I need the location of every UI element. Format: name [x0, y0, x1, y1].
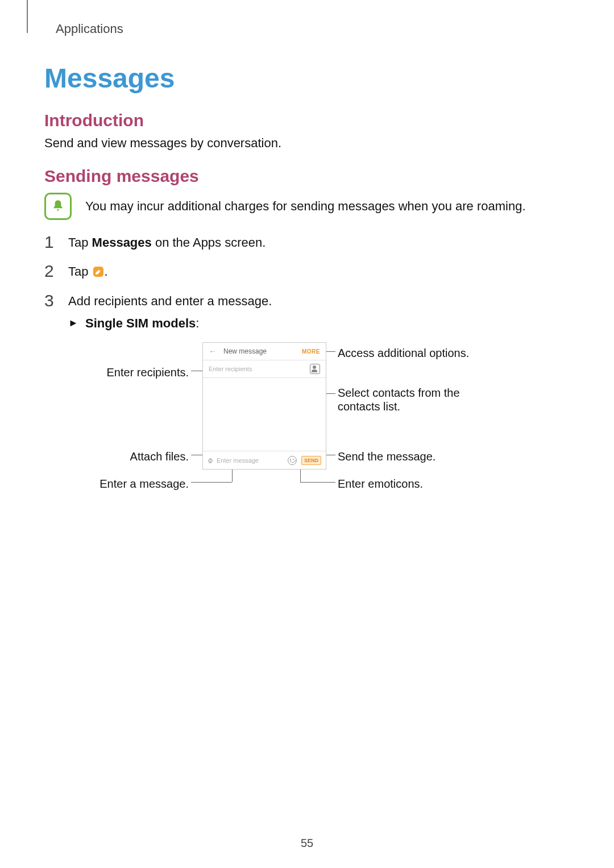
- leader-line: [300, 482, 335, 483]
- step-number: 2: [44, 263, 58, 280]
- intro-body: Send and view messages by conversation.: [44, 135, 567, 152]
- back-arrow-icon[interactable]: ←: [209, 347, 217, 356]
- recipients-input[interactable]: Enter recipients: [209, 366, 252, 372]
- page-title: Messages: [44, 63, 567, 94]
- attach-icon[interactable]: ⌀: [205, 455, 214, 465]
- sub-bullet: ► Single SIM models:: [68, 316, 567, 331]
- section-intro-heading: Introduction: [44, 111, 567, 130]
- callout-enter-recipients: Enter recipients.: [75, 365, 189, 380]
- callout-enter-message: Enter a message.: [75, 476, 189, 491]
- page-header-rule: [27, 0, 28, 33]
- callout-enter-emoticons: Enter emoticons.: [338, 476, 423, 491]
- compose-icon: [93, 267, 103, 277]
- step-1: 1 Tap Messages on the Apps screen.: [44, 232, 567, 252]
- step-number: 3: [44, 292, 58, 309]
- callout-attach-files: Attach files.: [75, 449, 189, 464]
- recipients-row: Enter recipients: [203, 360, 326, 378]
- step-2-post: .: [105, 264, 108, 279]
- bell-icon: [44, 193, 72, 220]
- phone-title: New message: [223, 347, 267, 355]
- send-button[interactable]: SEND: [301, 456, 321, 465]
- section-sending-heading: Sending messages: [44, 167, 567, 186]
- triangle-icon: ►: [68, 317, 78, 329]
- steps-list: 1 Tap Messages on the Apps screen. 2 Tap…: [44, 232, 567, 310]
- step-2: 2 Tap .: [44, 261, 567, 281]
- conversation-area: [203, 378, 326, 451]
- step-2-pre: Tap: [68, 264, 92, 279]
- step-number: 1: [44, 234, 58, 251]
- step-1-pre: Tap: [68, 235, 92, 250]
- breadcrumb: Applications: [56, 22, 123, 36]
- emoticon-icon[interactable]: [288, 456, 297, 465]
- step-1-text: Tap Messages on the Apps screen.: [68, 234, 265, 252]
- step-1-post: on the Apps screen.: [152, 235, 266, 250]
- more-button[interactable]: MORE: [302, 348, 320, 355]
- callout-more-options: Access additional options.: [338, 346, 469, 360]
- note-text: You may incur additional charges for sen…: [85, 198, 526, 215]
- step-1-bold: Messages: [92, 235, 152, 250]
- callout-select-contacts-1: Select contacts from the: [338, 385, 460, 400]
- step-3-text: Add recipients and enter a message.: [68, 293, 272, 310]
- step-3: 3 Add recipients and enter a message.: [44, 291, 567, 310]
- sub-bold: Single SIM models: [85, 316, 196, 330]
- phone-titlebar: ← New message MORE: [203, 343, 326, 360]
- contacts-icon[interactable]: [310, 364, 320, 374]
- leader-line: [191, 482, 232, 483]
- phone-mockup: ← New message MORE Enter recipients ⌀ En…: [202, 342, 326, 470]
- callout-select-contacts-2: contacts list.: [338, 399, 400, 414]
- page-number: 55: [0, 837, 614, 850]
- diagram: Enter recipients. Attach files. Enter a …: [44, 342, 567, 507]
- note-row: You may incur additional charges for sen…: [44, 193, 567, 220]
- sub-colon: :: [196, 316, 199, 330]
- page-content: Messages Introduction Send and view mess…: [44, 57, 567, 507]
- callout-send-message: Send the message.: [338, 449, 435, 464]
- message-input[interactable]: Enter message: [217, 457, 283, 464]
- step-2-text: Tap .: [68, 263, 108, 281]
- message-row: ⌀ Enter message SEND: [203, 451, 326, 470]
